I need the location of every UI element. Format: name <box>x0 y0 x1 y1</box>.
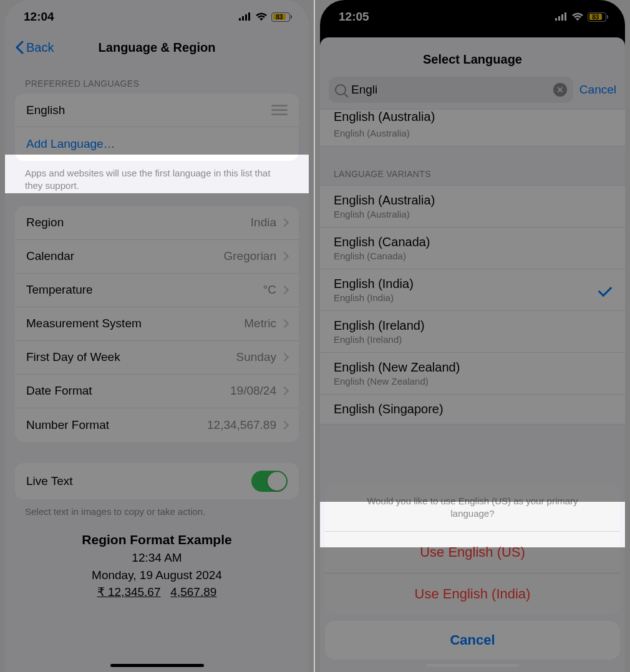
svg-rect-5 <box>558 16 560 21</box>
livetext-row: Live Text <box>15 463 299 499</box>
numberformat-label: Number Format <box>26 418 109 432</box>
lang-main: English (Canada) <box>334 235 430 249</box>
add-language-label: Add Language… <box>26 137 115 151</box>
livetext-footer: Select text in images to copy or take ac… <box>5 499 309 518</box>
numberformat-row[interactable]: Number Format 12,34,567.89 <box>15 408 299 442</box>
temperature-value: °C <box>263 283 276 297</box>
measurement-label: Measurement System <box>26 317 142 330</box>
use-english-us-button[interactable]: Use English (US) <box>325 532 620 574</box>
list-item[interactable]: English (Australia)English (Australia) <box>320 186 625 228</box>
svg-rect-0 <box>239 18 241 21</box>
action-sheet-message: Would you like to use English (US) as yo… <box>325 484 620 532</box>
example-time: 12:34 AM <box>5 549 309 567</box>
firstday-value: Sunday <box>236 350 276 364</box>
section-header-languages: PREFERRED LANGUAGES <box>5 61 309 94</box>
lang-sub: English (India) <box>334 292 414 303</box>
use-english-india-button[interactable]: Use English (India) <box>325 574 620 615</box>
calendar-row[interactable]: Calendar Gregorian <box>15 240 299 274</box>
search-icon <box>335 84 346 95</box>
measurement-value: Metric <box>244 317 276 330</box>
lang-main: English (Singapore) <box>334 402 443 416</box>
chevron-right-icon <box>280 286 289 294</box>
search-value: Engli <box>351 83 548 97</box>
home-indicator[interactable] <box>110 664 204 667</box>
checkmark-icon <box>598 283 613 297</box>
cellular-icon <box>239 12 251 21</box>
battery-level: 83 <box>273 14 286 20</box>
status-bar: 12:04 83 <box>5 0 309 34</box>
svg-rect-7 <box>565 12 566 21</box>
lang-main: English (New Zealand) <box>334 360 460 375</box>
reorder-handle-icon[interactable] <box>271 105 288 115</box>
calendar-value: Gregorian <box>224 249 277 263</box>
cellular-icon <box>555 12 568 21</box>
page-title: Language & Region <box>5 41 309 55</box>
preferred-language-row[interactable]: English <box>15 94 299 127</box>
chevron-right-icon <box>280 420 289 429</box>
chevron-right-icon <box>280 353 289 362</box>
lang-sub: English (Australia) <box>334 209 435 219</box>
search-input[interactable]: Engli ✕ <box>329 77 573 103</box>
cancel-search-button[interactable]: Cancel <box>579 83 616 97</box>
temperature-label: Temperature <box>26 283 93 297</box>
measurement-row[interactable]: Measurement System Metric <box>15 307 299 341</box>
example-date: Monday, 19 August 2024 <box>5 567 309 584</box>
battery-icon: 83 <box>588 12 606 22</box>
list-item[interactable]: English (Australia) English (Australia) <box>320 110 625 146</box>
chevron-right-icon <box>280 218 289 227</box>
dateformat-row[interactable]: Date Format 19/08/24 <box>15 375 299 408</box>
lang-main: English (Australia) <box>334 110 435 124</box>
svg-rect-2 <box>245 14 247 21</box>
list-item[interactable]: English (Canada)English (Canada) <box>320 228 625 269</box>
clear-search-button[interactable]: ✕ <box>553 83 567 97</box>
status-time: 12:04 <box>24 10 54 24</box>
example-num2: 4,567.89 <box>170 585 216 598</box>
wifi-icon <box>255 12 268 21</box>
list-item[interactable]: English (Singapore) <box>320 395 625 425</box>
region-row[interactable]: Region India <box>15 206 299 240</box>
dateformat-label: Date Format <box>26 384 92 398</box>
chevron-right-icon <box>280 252 289 261</box>
svg-rect-4 <box>555 18 557 21</box>
region-label: Region <box>26 216 64 229</box>
wifi-icon <box>571 12 584 21</box>
preferred-language: English <box>26 103 65 117</box>
lang-sub: English (Australia) <box>334 128 435 138</box>
svg-rect-6 <box>561 14 563 21</box>
list-item[interactable]: English (Ireland)English (Ireland) <box>320 311 625 353</box>
action-sheet-cancel-button[interactable]: Cancel <box>325 621 620 660</box>
section-header-variants: LANGUAGE VARIANTS <box>320 146 625 185</box>
lang-main: English (Australia) <box>334 193 435 208</box>
lang-sub: English (New Zealand) <box>334 376 460 386</box>
firstday-label: First Day of Week <box>26 350 120 364</box>
status-time: 12:05 <box>339 10 369 24</box>
add-language-button[interactable]: Add Language… <box>15 127 299 161</box>
svg-rect-1 <box>242 16 244 21</box>
lang-sub: English (Ireland) <box>334 334 425 345</box>
livetext-toggle[interactable] <box>251 471 288 492</box>
battery-level: 83 <box>589 14 603 20</box>
chevron-right-icon <box>280 386 289 395</box>
numberformat-value: 12,34,567.89 <box>207 418 276 432</box>
list-item[interactable]: English (New Zealand)English (New Zealan… <box>320 353 625 395</box>
region-value: India <box>251 216 276 229</box>
svg-rect-3 <box>248 12 250 21</box>
status-bar: 12:05 83 <box>320 0 625 34</box>
lang-sub: English (Canada) <box>334 251 430 261</box>
dateformat-value: 19/08/24 <box>230 384 276 398</box>
chevron-right-icon <box>280 319 289 328</box>
list-item[interactable]: English (India)English (India) <box>320 269 625 311</box>
livetext-label: Live Text <box>26 474 73 488</box>
lang-main: English (India) <box>334 277 414 291</box>
languages-footer: Apps and websites will use the first lan… <box>5 161 309 193</box>
home-indicator[interactable] <box>426 664 520 667</box>
lang-main: English (Ireland) <box>334 319 425 333</box>
temperature-row[interactable]: Temperature °C <box>15 274 299 307</box>
example-num1: ₹ 12,345.67 <box>97 585 161 598</box>
calendar-label: Calendar <box>26 249 74 263</box>
action-sheet: Would you like to use English (US) as yo… <box>325 484 620 660</box>
firstday-row[interactable]: First Day of Week Sunday <box>15 341 299 375</box>
sheet-title: Select Language <box>320 37 625 77</box>
battery-icon: 83 <box>271 12 290 22</box>
region-format-example: Region Format Example 12:34 AM Monday, 1… <box>5 518 309 626</box>
